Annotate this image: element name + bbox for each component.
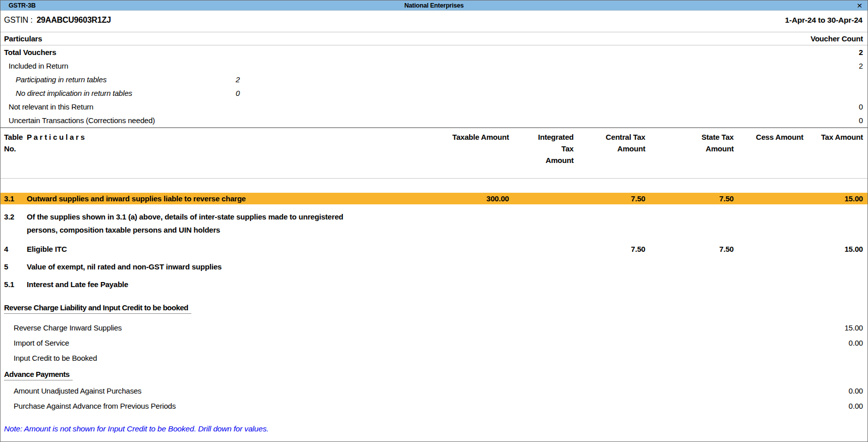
col-header-table-no: Table No. xyxy=(4,131,27,178)
booking-row[interactable]: Reverse Charge Inward Supplies 15.00 xyxy=(1,323,867,336)
col-header-cess-amount: Cess Amount xyxy=(734,131,803,178)
table-row-no: 3.2 xyxy=(4,211,27,223)
summary-row-mid-value: 2 xyxy=(174,75,240,84)
close-icon[interactable]: ✕ xyxy=(856,2,862,9)
table-row[interactable]: 3.1 Outward supplies and inward supplies… xyxy=(1,193,867,204)
table-row-central: 7.50 xyxy=(574,243,645,255)
company-name: National Enterprises xyxy=(162,2,706,9)
booking-row[interactable]: Import of Service 0.00 xyxy=(1,339,867,351)
table-row-particulars: Outward supplies and inward supplies lia… xyxy=(27,192,350,205)
booking-row-label: Reverse Charge Liability and Input Credi… xyxy=(4,303,191,314)
summary-row-mid-value: 0 xyxy=(174,89,240,97)
col-header-integrated-tax: Integrated Tax Amount xyxy=(509,131,574,178)
summary-row-label: Uncertain Transactions (Corrections need… xyxy=(4,116,174,125)
booking-row-label: Amount Unadjusted Against Purchases xyxy=(4,386,792,395)
booking-row-tax-amount: 0.00 xyxy=(792,339,863,347)
booking-sections: Reverse Charge Liability and Input Credi… xyxy=(1,303,867,414)
voucher-summary: Total Vouchers 2 Included in Return 2 Pa… xyxy=(1,45,867,127)
table-row[interactable]: 3.2 Of the supplies shown in 3.1 (a) abo… xyxy=(1,211,867,237)
table-row-particulars: Interest and Late fee Payable xyxy=(27,278,350,291)
booking-row[interactable]: Amount Unadjusted Against Purchases 0.00 xyxy=(1,386,867,399)
gstin-label: GSTIN : xyxy=(4,16,32,25)
return-table-body: 3.1 Outward supplies and inward supplies… xyxy=(1,193,867,290)
table-row-no: 4 xyxy=(4,243,27,255)
report-title: GSTR-3B xyxy=(1,2,162,9)
summary-row[interactable]: Total Vouchers 2 xyxy=(1,45,867,59)
booking-row-label: Reverse Charge Inward Supplies xyxy=(4,323,792,332)
table-row-no: 5 xyxy=(4,261,27,272)
summary-row-count: 2 xyxy=(792,62,863,70)
booking-row-tax-amount: 0.00 xyxy=(792,402,863,410)
table-row-no: 3.1 xyxy=(4,193,27,204)
booking-row-label: Advance Payments xyxy=(4,370,73,380)
summary-row-count: 0 xyxy=(792,102,863,111)
footer-note: Note: Amount is not shown for Input Cred… xyxy=(1,424,867,433)
col-header-central-tax: Central Tax Amount xyxy=(574,131,645,178)
table-row-tax: 15.00 xyxy=(803,243,863,255)
table-row-tax: 15.00 xyxy=(803,193,863,204)
table-row-taxable: 300.00 xyxy=(433,193,509,204)
title-bar: GSTR-3B National Enterprises ✕ xyxy=(1,1,867,11)
col-header-particulars: P a r t i c u l a r s xyxy=(27,131,433,178)
gstr3b-report-window: GSTR-3B National Enterprises ✕ GSTIN : 2… xyxy=(0,0,868,442)
table-row[interactable]: 5 Value of exempt, nil rated and non-GST… xyxy=(1,261,867,272)
summary-row[interactable]: Participating in return tables 2 xyxy=(1,73,867,86)
table-row-particulars: Of the supplies shown in 3.1 (a) above, … xyxy=(27,210,350,237)
summary-row[interactable]: No direct implication in return tables 0 xyxy=(1,86,867,100)
table-row-no: 5.1 xyxy=(4,279,27,290)
report-period: 1-Apr-24 to 30-Apr-24 xyxy=(785,16,862,25)
summary-header-particulars: Particulars xyxy=(4,32,42,45)
summary-row[interactable]: Included in Return 2 xyxy=(1,59,867,73)
booking-row-label: Purchase Against Advance from Previous P… xyxy=(4,402,792,410)
table-row-particulars: Eligible ITC xyxy=(27,243,350,256)
summary-row[interactable]: Not relevant in this Return 0 xyxy=(1,100,867,114)
summary-row-label: No direct implication in return tables xyxy=(4,89,174,97)
table-row-state: 7.50 xyxy=(645,243,734,255)
table-row[interactable]: 5.1 Interest and Late fee Payable xyxy=(1,279,867,290)
col-header-tax-amount: Tax Amount xyxy=(803,131,863,178)
booking-row-label: Import of Service xyxy=(4,339,792,347)
summary-row-label: Participating in return tables xyxy=(4,75,174,84)
table-row-state: 7.50 xyxy=(645,193,734,204)
booking-row[interactable]: Input Credit to be Booked xyxy=(1,354,867,366)
table-row-particulars: Value of exempt, nil rated and non-GST i… xyxy=(27,260,350,273)
return-table-header: Table No. P a r t i c u l a r s Taxable … xyxy=(1,127,867,179)
booking-row-tax-amount: 0.00 xyxy=(792,386,863,395)
booking-row[interactable]: Reverse Charge Liability and Input Credi… xyxy=(1,303,867,317)
booking-row-label: Input Credit to be Booked xyxy=(4,354,792,362)
summary-row-count: 2 xyxy=(792,48,863,57)
summary-header-row: Particulars Voucher Count xyxy=(1,32,867,45)
booking-row-tax-amount: 15.00 xyxy=(792,323,863,332)
summary-row-label: Total Vouchers xyxy=(4,48,174,57)
summary-row-label: Not relevant in this Return xyxy=(4,102,174,111)
booking-row[interactable]: Purchase Against Advance from Previous P… xyxy=(1,402,867,414)
summary-row-label: Included in Return xyxy=(4,62,174,70)
gstin-value: 29AABCU9603R1ZJ xyxy=(36,16,111,25)
booking-row[interactable]: Advance Payments xyxy=(1,370,867,383)
table-row-central: 7.50 xyxy=(574,193,645,204)
table-row[interactable]: 4 Eligible ITC 7.50 7.50 15.00 xyxy=(1,243,867,255)
col-header-taxable-amount: Taxable Amount xyxy=(433,131,509,178)
summary-row-count: 0 xyxy=(792,116,863,125)
summary-row[interactable]: Uncertain Transactions (Corrections need… xyxy=(1,114,867,127)
report-subheader: GSTIN : 29AABCU9603R1ZJ 1-Apr-24 to 30-A… xyxy=(1,11,867,29)
summary-header-voucher-count: Voucher Count xyxy=(810,32,863,45)
col-header-state-tax: State Tax Amount xyxy=(645,131,734,178)
